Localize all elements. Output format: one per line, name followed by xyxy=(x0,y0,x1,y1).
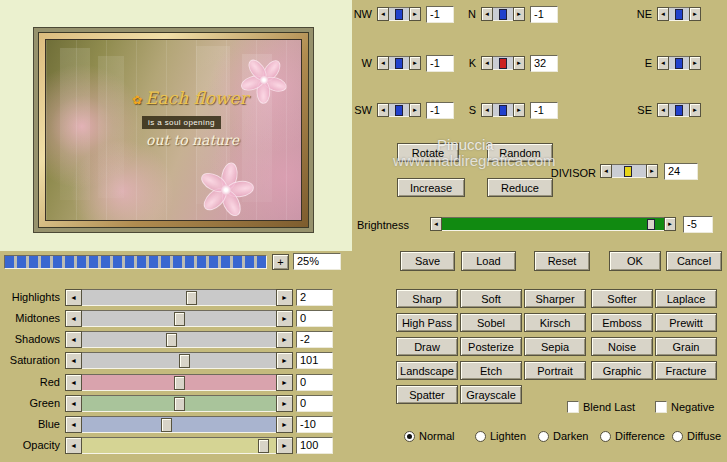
saturation-slider-thumb[interactable] xyxy=(179,354,190,368)
radio-lighten[interactable] xyxy=(475,431,486,442)
matrix-slider-w-track[interactable] xyxy=(389,56,409,70)
midtones-slider-track[interactable] xyxy=(82,310,276,327)
radio-normal[interactable] xyxy=(404,431,415,442)
filter-button-softer[interactable]: Softer xyxy=(591,289,653,308)
arrow-left-icon[interactable]: ◄ xyxy=(65,416,82,433)
filter-button-kirsch[interactable]: Kirsch xyxy=(524,313,586,332)
matrix-slider-w-thumb[interactable] xyxy=(395,58,403,69)
random-button[interactable]: Random xyxy=(487,143,553,162)
arrow-left-icon[interactable]: ◄ xyxy=(65,352,82,369)
filter-button-emboss[interactable]: Emboss xyxy=(591,313,653,332)
brightness-slider-thumb[interactable] xyxy=(647,219,655,230)
filter-button-grain[interactable]: Grain xyxy=(655,337,717,356)
arrow-right-icon[interactable]: ► xyxy=(409,7,421,21)
blue-slider-track[interactable] xyxy=(82,416,276,433)
matrix-slider-sw-track[interactable] xyxy=(389,103,409,117)
blue-slider-thumb[interactable] xyxy=(161,418,172,432)
filter-button-noise[interactable]: Noise xyxy=(591,337,653,356)
matrix-slider-k[interactable]: ◄► xyxy=(481,56,525,70)
matrix-slider-s-thumb[interactable] xyxy=(499,105,507,116)
matrix-slider-se-track[interactable] xyxy=(669,103,689,117)
radio-darken[interactable] xyxy=(538,431,549,442)
zoom-in-button[interactable]: + xyxy=(272,254,289,270)
midtones-slider-thumb[interactable] xyxy=(174,312,185,326)
opacity-value[interactable]: 100 xyxy=(296,437,333,454)
zoom-level-field[interactable]: 25% xyxy=(293,253,341,270)
arrow-right-icon[interactable]: ► xyxy=(276,352,293,369)
filter-button-laplace[interactable]: Laplace xyxy=(655,289,717,308)
arrow-right-icon[interactable]: ► xyxy=(689,7,701,21)
arrow-left-icon[interactable]: ◄ xyxy=(377,103,389,117)
green-value[interactable]: 0 xyxy=(296,395,333,412)
matrix-slider-nw[interactable]: ◄► xyxy=(377,7,421,21)
matrix-slider-k-track[interactable] xyxy=(493,56,513,70)
matrix-slider-ne-track[interactable] xyxy=(669,7,689,21)
arrow-right-icon[interactable]: ► xyxy=(409,56,421,70)
saturation-slider-track[interactable] xyxy=(82,352,276,369)
filter-button-grayscale[interactable]: Grayscale xyxy=(460,385,522,404)
filter-button-sepia[interactable]: Sepia xyxy=(524,337,586,356)
arrow-right-icon[interactable]: ► xyxy=(276,310,293,327)
matrix-value-s[interactable]: -1 xyxy=(530,102,558,119)
filter-button-posterize[interactable]: Posterize xyxy=(460,337,522,356)
highlights-value[interactable]: 2 xyxy=(296,289,333,306)
arrow-left-icon[interactable]: ◄ xyxy=(481,103,493,117)
filter-button-spatter[interactable]: Spatter xyxy=(396,385,458,404)
matrix-slider-e-track[interactable] xyxy=(669,56,689,70)
highlights-slider-thumb[interactable] xyxy=(186,291,197,305)
divisor-slider-thumb[interactable] xyxy=(624,166,632,177)
matrix-slider-w[interactable]: ◄► xyxy=(377,56,421,70)
saturation-value[interactable]: 101 xyxy=(296,352,333,369)
matrix-slider-e-thumb[interactable] xyxy=(675,58,683,69)
shadows-slider-thumb[interactable] xyxy=(166,333,177,347)
matrix-slider-n[interactable]: ◄► xyxy=(481,7,525,21)
matrix-slider-se-thumb[interactable] xyxy=(675,105,683,116)
matrix-slider-n-thumb[interactable] xyxy=(499,9,507,20)
divisor-slider[interactable]: ◄► xyxy=(600,164,658,178)
matrix-slider-k-thumb[interactable] xyxy=(499,58,507,69)
arrow-left-icon[interactable]: ◄ xyxy=(657,103,669,117)
arrow-right-icon[interactable]: ► xyxy=(513,7,525,21)
shadows-value[interactable]: -2 xyxy=(296,331,333,348)
filter-button-fracture[interactable]: Fracture xyxy=(655,361,717,380)
blue-value[interactable]: -10 xyxy=(296,416,333,433)
arrow-left-icon[interactable]: ◄ xyxy=(65,437,82,454)
brightness-value[interactable]: -5 xyxy=(683,216,713,233)
arrow-left-icon[interactable]: ◄ xyxy=(65,310,82,327)
matrix-slider-ne-thumb[interactable] xyxy=(675,9,683,20)
arrow-right-icon[interactable]: ► xyxy=(276,395,293,412)
filter-button-prewitt[interactable]: Prewitt xyxy=(655,313,717,332)
matrix-slider-ne[interactable]: ◄► xyxy=(657,7,701,21)
divisor-value[interactable]: 24 xyxy=(664,163,698,180)
arrow-left-icon[interactable]: ◄ xyxy=(65,331,82,348)
ok-button[interactable]: OK xyxy=(609,251,661,271)
matrix-slider-s[interactable]: ◄► xyxy=(481,103,525,117)
arrow-left-icon[interactable]: ◄ xyxy=(377,56,389,70)
arrow-right-icon[interactable]: ► xyxy=(276,374,293,391)
filter-button-sobel[interactable]: Sobel xyxy=(460,313,522,332)
arrow-left-icon[interactable]: ◄ xyxy=(65,395,82,412)
brightness-slider-track[interactable] xyxy=(442,217,664,231)
filter-button-high-pass[interactable]: High Pass xyxy=(396,313,458,332)
arrow-right-icon[interactable]: ► xyxy=(276,289,293,306)
red-value[interactable]: 0 xyxy=(296,374,333,391)
red-slider-track[interactable] xyxy=(82,374,276,391)
radio-difference[interactable] xyxy=(600,431,611,442)
arrow-right-icon[interactable]: ► xyxy=(276,416,293,433)
opacity-slider-track[interactable] xyxy=(82,437,276,454)
red-slider-thumb[interactable] xyxy=(174,376,185,390)
filter-button-graphic[interactable]: Graphic xyxy=(591,361,653,380)
arrow-right-icon[interactable]: ► xyxy=(276,437,293,454)
filter-button-sharper[interactable]: Sharper xyxy=(524,289,586,308)
matrix-slider-s-track[interactable] xyxy=(493,103,513,117)
matrix-slider-sw-thumb[interactable] xyxy=(395,105,403,116)
green-slider-track[interactable] xyxy=(82,395,276,412)
arrow-right-icon[interactable]: ► xyxy=(689,56,701,70)
matrix-slider-sw[interactable]: ◄► xyxy=(377,103,421,117)
arrow-left-icon[interactable]: ◄ xyxy=(481,56,493,70)
reduce-button[interactable]: Reduce xyxy=(487,178,553,197)
arrow-right-icon[interactable]: ► xyxy=(664,217,676,231)
arrow-right-icon[interactable]: ► xyxy=(689,103,701,117)
matrix-slider-se[interactable]: ◄► xyxy=(657,103,701,117)
matrix-slider-e[interactable]: ◄► xyxy=(657,56,701,70)
